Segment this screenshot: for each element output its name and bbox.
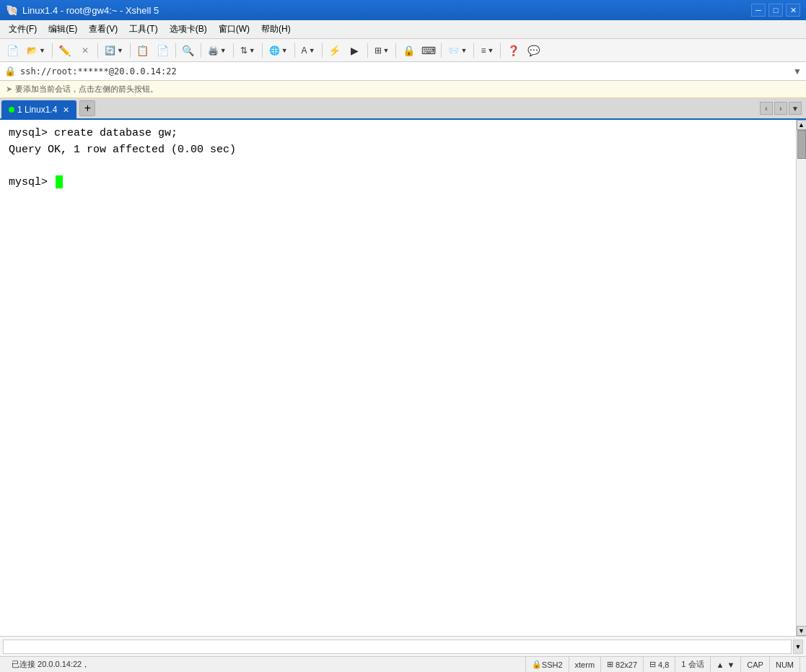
tab-menu[interactable]: ▼	[789, 102, 802, 115]
tab-label: 1 Linux1.4	[17, 105, 57, 115]
toolbar-layout[interactable]: ⊞▼	[371, 42, 393, 59]
toolbar-new[interactable]: 📄	[3, 42, 22, 59]
toolbar-globe[interactable]: 🌐▼	[266, 42, 292, 59]
bottom-input[interactable]	[3, 640, 792, 654]
status-num: NUM	[770, 657, 800, 672]
toolbar-print[interactable]: 🖨️▼	[204, 42, 230, 59]
terminal[interactable]: mysql> create database gw; Query OK, 1 r…	[0, 120, 796, 636]
maximize-button[interactable]: □	[768, 4, 783, 17]
terminal-line-2: Query OK, 1 row affected (0.00 sec)	[9, 142, 787, 159]
close-button[interactable]: ✕	[786, 4, 800, 17]
menu-help[interactable]: 帮助(H)	[255, 22, 297, 37]
terminal-line-1: mysql> create database gw;	[9, 126, 787, 142]
toolbar-edit2[interactable]: ✕	[76, 42, 95, 59]
status-connection: 已连接 20.0.0.14:22，	[6, 657, 526, 672]
app-icon: 🐚	[6, 4, 18, 16]
toolbar-chat[interactable]: 💬	[524, 42, 543, 59]
status-term-text: xterm	[575, 660, 595, 669]
tab-add-button[interactable]: +	[79, 100, 95, 116]
info-bar: ➤ 要添加当前会话，点击左侧的箭头按钮。	[0, 81, 806, 98]
terminal-line-3	[9, 158, 787, 175]
status-position: ⊟ 4,8	[644, 657, 675, 672]
tab-nav-right[interactable]: ›	[774, 102, 787, 115]
toolbar-lock[interactable]: 🔒	[399, 42, 418, 59]
status-bar: 已连接 20.0.0.14:22， 🔒 SSH2 xterm ⊞ 82x27 ⊟…	[0, 656, 806, 672]
tab-status-dot	[9, 107, 14, 113]
terminal-cursor	[56, 175, 63, 188]
scrollbar-vertical[interactable]: ▲ ▼	[796, 120, 806, 636]
address-text: ssh://root:******@20.0.0.14:22	[20, 66, 789, 77]
status-sessions: 1 会话	[675, 657, 710, 672]
address-bar: 🔒 ssh://root:******@20.0.0.14:22 ▼	[0, 62, 806, 81]
toolbar-transfer[interactable]: ⇅▼	[237, 42, 259, 59]
status-sessions-text: 1 会话	[681, 659, 704, 670]
toolbar: 📄 📂▼ ✏️ ✕ 🔄▼ 📋 📄 🔍 🖨️▼ ⇅▼ 🌐▼ A▼ ⚡ ▶ ⊞▼ 🔒…	[0, 39, 806, 62]
title-bar: 🐚 Linux1.4 - root@gw4:~ - Xshell 5 ─ □ ✕	[0, 0, 806, 20]
status-caps: CAP	[741, 657, 770, 672]
menu-edit[interactable]: 编辑(E)	[43, 22, 83, 37]
menu-view[interactable]: 查看(V)	[83, 22, 123, 37]
toolbar-font[interactable]: A▼	[298, 42, 319, 59]
scroll-track	[797, 130, 806, 626]
toolbar-help[interactable]: ❓	[504, 42, 522, 59]
toolbar-edit[interactable]: ✏️	[56, 42, 74, 59]
status-position-text: 4,8	[658, 660, 669, 669]
terminal-line-4: mysql>	[9, 175, 787, 191]
tab-close-button[interactable]: ✕	[63, 105, 69, 115]
status-term: xterm	[569, 657, 602, 672]
status-protocol-text: SSH2	[542, 660, 563, 669]
toolbar-search[interactable]: 🔍	[179, 42, 198, 59]
menu-window[interactable]: 窗口(W)	[213, 22, 255, 37]
info-text: 要添加当前会话，点击左侧的箭头按钮。	[15, 84, 158, 95]
toolbar-send[interactable]: 📨▼	[444, 42, 470, 59]
address-dropdown[interactable]: ▼	[793, 66, 802, 77]
tab-bar: 1 Linux1.4 ✕ + ‹ › ▼	[0, 98, 806, 120]
menu-tabs[interactable]: 选项卡(B)	[164, 22, 213, 37]
toolbar-macro[interactable]: ⚡	[325, 42, 344, 59]
lock-icon: 🔒	[4, 66, 16, 77]
status-connection-text: 已连接 20.0.0.14:22，	[12, 659, 89, 670]
status-size-text: 82x27	[616, 660, 637, 669]
status-num-text: NUM	[776, 660, 794, 669]
window-title: Linux1.4 - root@gw4:~ - Xshell 5	[22, 5, 159, 16]
status-scroll-down[interactable]: ▼	[727, 660, 735, 669]
status-lock-icon: 🔒	[532, 660, 542, 669]
toolbar-open-dropdown[interactable]: 📂▼	[23, 42, 49, 59]
scroll-up-button[interactable]: ▲	[797, 120, 807, 130]
status-pos-icon: ⊟	[649, 660, 656, 669]
status-size-icon: ⊞	[607, 660, 613, 669]
minimize-button[interactable]: ─	[751, 4, 766, 17]
scroll-down-button[interactable]: ▼	[797, 626, 807, 636]
toolbar-multi[interactable]: ≡▼	[477, 42, 497, 59]
terminal-wrapper: mysql> create database gw; Query OK, 1 r…	[0, 120, 806, 636]
tab-linux1[interactable]: 1 Linux1.4 ✕	[1, 100, 76, 119]
status-caps-text: CAP	[747, 660, 763, 669]
bottom-dropdown[interactable]: ▼	[793, 640, 803, 654]
toolbar-keyboard[interactable]: ⌨	[419, 42, 438, 59]
menu-file[interactable]: 文件(F)	[3, 22, 43, 37]
status-scroll-up[interactable]: ▲	[717, 660, 724, 669]
tab-nav-left[interactable]: ‹	[760, 102, 773, 115]
menu-bar: 文件(F) 编辑(E) 查看(V) 工具(T) 选项卡(B) 窗口(W) 帮助(…	[0, 20, 806, 39]
toolbar-copy[interactable]: 📋	[133, 42, 152, 59]
toolbar-reconnect[interactable]: 🔄▼	[101, 42, 127, 59]
status-scroll-nav: ▲ ▼	[711, 657, 742, 672]
menu-tools[interactable]: 工具(T)	[123, 22, 163, 37]
scroll-thumb[interactable]	[797, 130, 806, 159]
toolbar-paste[interactable]: 📄	[154, 42, 172, 59]
bottom-bar: ▼	[0, 636, 806, 656]
status-size: ⊞ 82x27	[601, 657, 644, 672]
status-protocol: 🔒 SSH2	[526, 657, 569, 672]
toolbar-script[interactable]: ▶	[346, 42, 364, 59]
info-arrow-icon: ➤	[6, 84, 12, 94]
